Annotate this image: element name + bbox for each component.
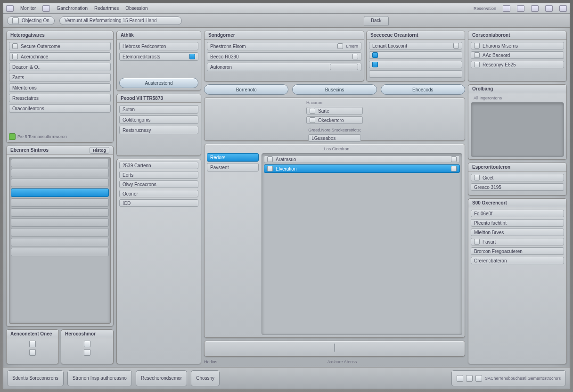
rmid-sub: All Ingerontons (471, 96, 564, 100)
back-tab[interactable]: Back (364, 16, 388, 25)
history-slot[interactable] (11, 159, 109, 167)
history-slot[interactable] (11, 218, 109, 227)
c2top-action-button[interactable]: Austerestond (119, 78, 198, 88)
rlow-title: Esperoritouteron (468, 163, 566, 172)
center-btn-0[interactable]: Borrenoto (204, 84, 288, 95)
history-slot[interactable] (11, 238, 109, 246)
rtop-r2[interactable]: Reseonyy E825 (471, 61, 564, 68)
device-icon (29, 349, 36, 356)
toggle-on-icon[interactable] (189, 54, 195, 59)
tool-icon-e[interactable] (559, 5, 567, 12)
r2-row-1[interactable] (369, 51, 462, 59)
c2bot-row-0[interactable]: 2539 Cartenn (119, 162, 198, 169)
center-btn-1[interactable]: Busecins (292, 84, 377, 95)
chevron-right-icon (451, 166, 457, 172)
rlow-r0[interactable]: Gicet (471, 174, 564, 181)
meta-c1-title: Hacaron (306, 100, 363, 105)
clist-row-0[interactable]: Aratrasuo (264, 155, 460, 163)
rbox-r3[interactable]: Favart (471, 238, 564, 245)
history-slot[interactable] (11, 208, 109, 217)
chevron-right-icon (451, 156, 457, 162)
history-slot[interactable] (11, 198, 109, 207)
ctop-title: Sondgorner (205, 31, 364, 40)
meta-c1-r0[interactable]: Sarte (306, 107, 363, 114)
doc-icon (12, 54, 18, 59)
task-grp-2[interactable]: Resecherondsemor (136, 370, 187, 386)
lt-row-4[interactable]: Milentorons (9, 83, 111, 92)
task-grp-0[interactable]: Sdentis Soreconcrons (7, 370, 64, 386)
rbox-r4[interactable]: Brorcon Fregoacuteren (471, 247, 564, 255)
item-icon (267, 156, 273, 162)
menu-item-0[interactable]: Monitor (20, 6, 36, 11)
mini-slider[interactable] (330, 64, 358, 70)
ctop-row-2[interactable]: Autonoron (207, 63, 361, 71)
menu-item-2[interactable]: Redartrmes (94, 6, 119, 11)
clist-tab-1[interactable]: Pavsrent (207, 163, 259, 172)
c2bot-row-1[interactable]: Eorts (119, 171, 198, 179)
lt-row-6[interactable]: Oraconifentons (9, 104, 111, 113)
preview-area (471, 102, 564, 157)
rlow-r1[interactable]: Greaco 3195 (471, 183, 564, 191)
rbox-r1[interactable]: Pleento fachtint (471, 219, 564, 227)
history-slot-selected[interactable] (11, 188, 109, 197)
tool-icon-c[interactable] (531, 5, 539, 12)
back-tab-label: Back (371, 18, 381, 23)
lt-row-3[interactable]: Zants (9, 73, 111, 82)
c2bot-row-3[interactable]: Oconer (119, 190, 198, 197)
c2mid-row-1[interactable]: Goldtengoms (119, 115, 198, 124)
rbox-r2[interactable]: Mleitton Brves (471, 229, 564, 236)
tool-icon-b[interactable] (517, 5, 524, 12)
r2-row-3[interactable] (369, 70, 462, 78)
lt-row-5[interactable]: Rressctatros (9, 94, 111, 102)
rbox-r5[interactable]: Crerencbateron (471, 257, 564, 264)
c2bot-row-2[interactable]: Olwy Focacrons (119, 180, 198, 188)
task-tray[interactable]: SACherrenobbuchestl Gemerrostrocrors (451, 370, 566, 386)
task-grp-3[interactable]: Chossny (191, 370, 220, 386)
clist-tab-0[interactable]: Redors (207, 153, 259, 162)
history-slot[interactable] (11, 179, 109, 187)
cfoot-right: Axsbore Atenss (327, 359, 357, 364)
menu-item-1[interactable]: Ganchronation (57, 6, 88, 11)
lt-row-2[interactable]: Deacon & O.. (9, 63, 111, 71)
history-slot[interactable] (11, 248, 109, 256)
gear-icon[interactable] (453, 43, 459, 49)
tool-icon-d[interactable] (545, 5, 553, 12)
rbox-r0[interactable]: Fc.06e0f (471, 210, 564, 217)
ctop-row-1[interactable]: Beeco R0390 (207, 52, 361, 61)
tool-icon-a[interactable] (503, 5, 510, 12)
r2-row-0[interactable]: Lenant Looscont (369, 42, 462, 49)
meta-c1-r1[interactable]: Okeckerrcro (306, 116, 363, 124)
c2bot-row-4[interactable]: ICD (119, 199, 198, 207)
clist-row-1[interactable]: Elverution (264, 164, 460, 173)
footer-slider[interactable] (334, 343, 335, 352)
center-btn-2[interactable]: Ehoecods (381, 84, 465, 95)
small-a-title: Aenconetent Onee (7, 330, 58, 338)
device-icon (29, 341, 36, 347)
task-grp-1[interactable]: Stronon Insp authoreasno (67, 370, 132, 386)
lt-row-0[interactable]: Secure Outercome (9, 42, 111, 50)
c2mid-row-2[interactable]: Restsrucnasy (119, 126, 198, 134)
c2top-title: Athlik (117, 31, 201, 40)
status-dot-icon (9, 133, 16, 140)
rtop-r1[interactable]: AAc Baceord (471, 51, 564, 59)
rmid-title: Orolbang (468, 85, 566, 93)
path-label: Vermunt all Reformationing 15 Fanord Han… (65, 18, 157, 23)
tile-icon (474, 52, 480, 58)
menu-item-3[interactable]: Obsession (125, 6, 147, 11)
lt-row-1[interactable]: Acerochnace (9, 52, 111, 61)
history-slot[interactable] (11, 169, 109, 177)
history-title: Ebenren Sintrros (10, 147, 49, 153)
tray-icon (457, 375, 463, 382)
c2top-row-1[interactable]: Etemorceditcrosts (119, 52, 198, 61)
path-pill[interactable]: Vermunt all Reformationing 15 Fanord Han… (59, 16, 182, 25)
history-badge[interactable]: Histog (90, 147, 109, 154)
r2-row-2[interactable] (369, 61, 462, 68)
meta-c2-r0[interactable]: LGuseabos (308, 134, 361, 142)
rtop-r0[interactable]: Eharons Miserns (471, 42, 564, 49)
c2top-row-0[interactable]: Hebross Fedconston (119, 42, 198, 50)
history-listbox[interactable] (9, 157, 111, 324)
breadcrumb-pill[interactable]: Objecting-On (7, 16, 55, 25)
history-slot[interactable] (11, 228, 109, 237)
c2mid-row-0[interactable]: Suton (119, 105, 198, 114)
ctop-row-0[interactable]: Phestrons ElsomLmern (207, 42, 361, 50)
